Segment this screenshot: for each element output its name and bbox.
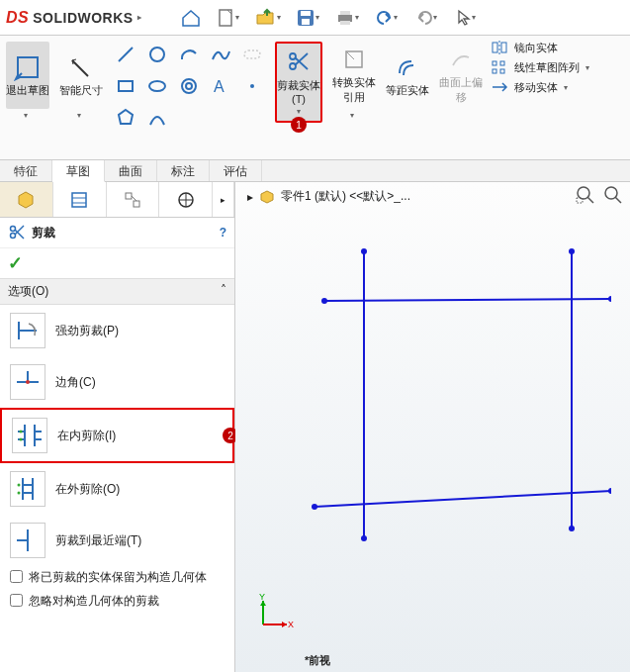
trim-outside-icon	[10, 471, 45, 507]
svg-rect-23	[501, 43, 506, 52]
chk-ignore-construction[interactable]: 忽略对构造几何体的剪裁	[0, 590, 234, 614]
svg-point-54	[20, 438, 23, 441]
rect-tool[interactable]	[113, 73, 138, 99]
ptab-feature-mgr[interactable]	[0, 182, 53, 217]
smart-dimension-button[interactable]: 智能尺寸	[59, 42, 103, 109]
text-tool[interactable]: A	[208, 73, 233, 99]
svg-line-71	[315, 491, 611, 507]
exit-sketch-button[interactable]: 退出草图	[6, 42, 49, 109]
new-button[interactable]: ▾	[213, 4, 248, 32]
power-trim-icon	[10, 313, 45, 348]
print-button[interactable]: ▾	[331, 4, 367, 32]
home-button[interactable]	[173, 4, 209, 32]
select-button[interactable]: ▾	[450, 4, 486, 32]
crumb-arrow-icon: ▸	[247, 190, 253, 204]
mirror-label: 镜向实体	[514, 41, 558, 55]
zoom-fit-icon	[602, 184, 624, 206]
point-tool[interactable]	[239, 73, 265, 99]
chk1-input[interactable]	[10, 570, 23, 583]
print-icon	[335, 9, 355, 27]
redo-button[interactable]: ▾	[410, 4, 446, 32]
text-icon: A	[210, 75, 231, 97]
dimxpert-icon	[176, 190, 196, 210]
svg-point-14	[186, 83, 192, 89]
svg-point-60	[18, 492, 21, 495]
trim-nearest-icon	[10, 523, 45, 558]
breadcrumb[interactable]: ▸ 零件1 (默认) <<默认>_...	[247, 188, 410, 205]
convert-dd[interactable]: ▾	[350, 111, 358, 120]
zoom-area-button[interactable]	[575, 184, 596, 206]
options-header[interactable]: 选项(O) ˄	[0, 278, 234, 305]
zoom-fit-button[interactable]	[602, 184, 624, 206]
move-label: 移动实体	[514, 80, 558, 95]
option-power-trim[interactable]: 强劲剪裁(P)	[0, 305, 234, 356]
tab-sketch[interactable]: 草图	[52, 160, 105, 182]
crumb-part: 零件1 (默认) <<默认>_...	[281, 188, 410, 205]
line-tool[interactable]	[113, 42, 138, 67]
help-button[interactable]: ?	[220, 226, 226, 240]
svg-text:X: X	[288, 620, 294, 629]
linear-pattern-button[interactable]: 线性草图阵列 ▾	[491, 59, 593, 75]
ds-logo: DS	[6, 9, 29, 27]
svg-point-73	[361, 535, 367, 541]
option-trim-inside[interactable]: 在内剪除(I) 2	[0, 408, 234, 463]
circle-tool[interactable]	[144, 42, 170, 67]
polygon-tool[interactable]	[113, 105, 138, 131]
ellipse-tool[interactable]	[144, 73, 170, 99]
chk1-label: 将已剪裁的实体保留为构造几何体	[29, 570, 207, 586]
parabola-tool[interactable]	[144, 105, 170, 131]
trim-dd[interactable]: ▾	[295, 107, 303, 116]
app-menu-dropdown[interactable]: ▸	[137, 13, 145, 22]
arc-tool[interactable]	[176, 42, 202, 67]
svg-line-64	[587, 197, 593, 203]
offset-entity-button[interactable]: 等距实体	[386, 42, 429, 109]
tab-eval[interactable]: 评估	[210, 160, 262, 181]
open-button[interactable]: ▾	[252, 4, 288, 32]
mirror-entity-button[interactable]: 镜向实体	[491, 40, 593, 55]
option-trim-outside[interactable]: 在外剪除(O)	[0, 463, 234, 515]
option-trim-nearest[interactable]: 剪裁到最近端(T)	[0, 515, 234, 566]
convert-entity-button[interactable]: 转换实体引用	[332, 42, 376, 109]
ok-button[interactable]: ✓	[8, 253, 23, 273]
option-corner[interactable]: 边角(C)	[0, 356, 234, 408]
corner-label: 边角(C)	[55, 374, 96, 391]
save-button[interactable]: ▾	[292, 4, 327, 32]
move-entity-button[interactable]: 移动实体 ▾	[491, 79, 593, 95]
smart-dim-dd[interactable]: ▾	[77, 111, 85, 120]
ring-tool[interactable]	[176, 73, 202, 99]
convert-icon	[340, 46, 368, 73]
offset-entity-label: 等距实体	[386, 83, 429, 98]
zoom-area-icon	[575, 184, 596, 206]
trim-title-icon	[8, 224, 26, 241]
sketch-geometry	[275, 232, 611, 568]
ptab-config-mgr[interactable]	[107, 182, 160, 217]
tab-surface[interactable]: 曲面	[105, 160, 157, 181]
tab-features[interactable]: 特征	[0, 160, 52, 181]
confirm-row: ✓	[0, 248, 234, 278]
ribbon-tabs: 特征 草图 曲面 标注 评估	[0, 160, 630, 182]
trim-nearest-label: 剪裁到最近端(T)	[55, 532, 141, 549]
slot-tool[interactable]	[239, 42, 265, 67]
spline-tool[interactable]	[208, 42, 233, 67]
chk2-input[interactable]	[10, 594, 23, 607]
ptab-property-mgr[interactable]	[53, 182, 107, 217]
new-file-icon	[218, 8, 235, 28]
graphics-viewport[interactable]: ▸ 零件1 (默认) <<默认>_... Y X *前视	[235, 182, 630, 672]
svg-rect-25	[493, 61, 496, 65]
slot-icon	[241, 44, 263, 65]
exit-sketch-dd[interactable]: ▾	[24, 111, 32, 120]
ptab-more[interactable]: ▸	[213, 182, 234, 217]
tab-annot[interactable]: 标注	[157, 160, 210, 181]
svg-line-34	[132, 196, 136, 201]
line-icon	[115, 44, 136, 65]
app-logo: DS SOLIDWORKS ▸	[6, 9, 145, 27]
config-mgr-icon	[123, 190, 142, 210]
chk-keep-as-construction[interactable]: 将已剪裁的实体保留为构造几何体	[0, 566, 234, 590]
feature-mgr-icon	[16, 190, 36, 210]
ptab-dimxpert[interactable]	[159, 182, 213, 217]
svg-rect-33	[134, 201, 139, 207]
undo-button[interactable]: ▾	[371, 4, 406, 32]
power-trim-label: 强劲剪裁(P)	[55, 323, 119, 339]
svg-point-76	[321, 298, 327, 304]
trim-entity-button[interactable]: 剪裁实体(T) ▾	[275, 42, 322, 123]
